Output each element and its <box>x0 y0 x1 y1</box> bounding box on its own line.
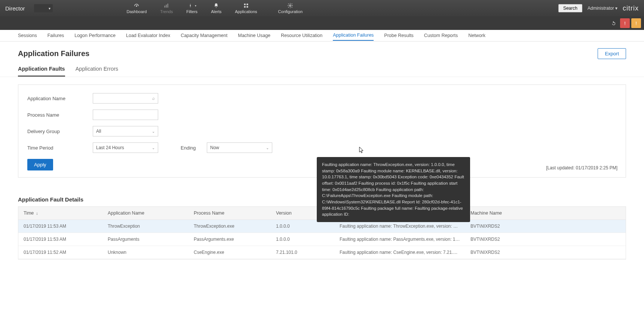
ending-label: Ending <box>181 145 207 151</box>
tab-failures[interactable]: Failures <box>47 31 64 40</box>
nav-applications-label: Applications <box>235 9 257 14</box>
tab-resource[interactable]: Resource Utilization <box>281 31 322 40</box>
subbar: ! ! <box>0 16 644 30</box>
search-icon: ⌕ <box>152 96 155 101</box>
chevron-down-icon: ⌄ <box>266 146 269 150</box>
svg-rect-2 <box>166 4 167 7</box>
nav-dashboard[interactable]: Dashboard <box>120 1 154 15</box>
nav-filters-label: Filters <box>186 9 197 14</box>
gear-icon <box>287 3 293 9</box>
export-button[interactable]: Export <box>598 48 626 59</box>
nav-trends[interactable]: Trends <box>153 1 180 15</box>
nav-trends-label: Trends <box>160 9 173 14</box>
topbar-right: Search Administrator ▾ citrix <box>558 4 644 12</box>
cell-mach: BVT\NIXRDS2 <box>465 220 626 233</box>
svg-rect-3 <box>168 4 168 8</box>
procname-field[interactable] <box>96 112 155 118</box>
tab-application-failures[interactable]: Application Failures <box>333 30 374 41</box>
col-proc[interactable]: Process Name <box>188 207 271 219</box>
topbar: Director ▾ Dashboard Trends ▾ Filters Al… <box>0 0 644 16</box>
nav-configuration[interactable]: Configuration <box>272 1 309 15</box>
search-button[interactable]: Search <box>558 4 582 12</box>
svg-rect-7 <box>244 6 246 7</box>
filter-icon: ▾ <box>187 3 196 9</box>
last-updated: [Last updated: 01/17/2019 2:25 PM] <box>546 165 617 170</box>
apps-icon <box>243 3 249 9</box>
secondary-nav: Sessions Failures Logon Performance Load… <box>0 30 644 41</box>
col-mach[interactable]: Machine Name <box>465 207 626 219</box>
bars-icon <box>163 3 169 9</box>
subtab-faults[interactable]: Application Faults <box>18 66 65 77</box>
svg-rect-5 <box>244 4 246 5</box>
cell-proc: CseEngine.exe <box>188 246 271 259</box>
svg-point-9 <box>289 5 291 6</box>
dgroup-select[interactable]: All⌄ <box>93 126 158 136</box>
appname-label: Application Name <box>27 96 93 101</box>
cell-proc: PassArguments.exe <box>188 233 271 246</box>
tab-probe[interactable]: Probe Results <box>384 31 414 40</box>
cell-app: PassArguments <box>102 233 188 246</box>
cell-mach: BVT\NIXRDS2 <box>465 233 626 246</box>
appname-input[interactable]: ⌕ <box>93 93 158 104</box>
cell-time: 01/17/2019 11:52 AM <box>18 246 102 259</box>
tab-capacity[interactable]: Capacity Management <box>181 31 227 40</box>
nav-configuration-label: Configuration <box>278 9 303 14</box>
chevron-down-icon: ⌄ <box>152 129 155 133</box>
procname-label: Process Name <box>27 112 93 118</box>
subtabs: Application Faults Application Errors <box>0 61 644 77</box>
topnav: Dashboard Trends ▾ Filters Alerts Applic… <box>120 1 310 15</box>
warning-alert-icon[interactable]: ! <box>631 18 641 28</box>
tenant-dropdown[interactable]: ▾ <box>34 4 53 12</box>
sort-desc-icon: ↓ <box>36 211 38 215</box>
tab-logon[interactable]: Logon Performance <box>74 31 116 40</box>
page-title: Application Failures <box>18 49 89 58</box>
table-row[interactable]: 01/17/2019 11:53 AM PassArguments PassAr… <box>18 233 626 246</box>
period-select[interactable]: Last 24 Hours⌄ <box>93 142 158 153</box>
ending-select[interactable]: Now⌄ <box>207 142 272 153</box>
nav-filters[interactable]: ▾ Filters <box>180 1 204 15</box>
cell-time: 01/17/2019 11:53 AM <box>18 220 102 233</box>
col-time-label: Time <box>24 210 34 216</box>
cell-desc: Faulting application name: CseEngine.exe… <box>334 246 465 259</box>
tab-custom[interactable]: Custom Reports <box>424 31 458 40</box>
nav-alerts[interactable]: Alerts <box>204 1 228 15</box>
svg-rect-8 <box>246 6 248 7</box>
dgroup-label: Delivery Group <box>27 129 93 134</box>
refresh-button[interactable] <box>609 18 619 28</box>
admin-menu[interactable]: Administrator ▾ <box>588 6 617 11</box>
period-label: Time Period <box>27 145 93 151</box>
chevron-down-icon: ⌄ <box>152 146 155 150</box>
nav-alerts-label: Alerts <box>211 9 221 14</box>
cell-app: Unknown <box>102 246 188 259</box>
svg-rect-6 <box>246 4 248 5</box>
cell-mach: BVT\NIXRDS2 <box>465 246 626 259</box>
tab-sessions[interactable]: Sessions <box>18 31 37 40</box>
ending-value: Now <box>210 145 219 150</box>
nav-applications[interactable]: Applications <box>228 1 264 15</box>
description-tooltip: Faulting application name: ThrowExceptio… <box>317 157 470 222</box>
svg-rect-1 <box>165 6 165 7</box>
cell-ver: 7.21.101.0 <box>271 246 334 259</box>
apply-button[interactable]: Apply <box>27 159 53 170</box>
critical-alert-icon[interactable]: ! <box>620 18 630 28</box>
col-time[interactable]: Time↓ <box>18 207 102 219</box>
period-value: Last 24 Hours <box>96 145 124 150</box>
bell-icon <box>213 3 219 9</box>
tab-machine[interactable]: Machine Usage <box>238 31 270 40</box>
chevron-down-icon: ▾ <box>49 6 50 10</box>
col-app[interactable]: Application Name <box>102 207 188 219</box>
tab-load[interactable]: Load Evaluator Index <box>126 31 170 40</box>
tab-network[interactable]: Network <box>468 31 485 40</box>
nav-dashboard-label: Dashboard <box>127 9 147 14</box>
cell-desc: Faulting application name: PassArguments… <box>334 233 465 246</box>
cell-ver: 1.0.0.0 <box>271 233 334 246</box>
appname-field[interactable] <box>96 96 152 101</box>
chevron-down-icon: ▾ <box>615 6 617 11</box>
table-row[interactable]: 01/17/2019 11:52 AM Unknown CseEngine.ex… <box>18 246 626 259</box>
cell-time: 01/17/2019 11:53 AM <box>18 233 102 246</box>
procname-input[interactable] <box>93 110 158 120</box>
admin-label: Administrator <box>588 6 614 11</box>
subtab-errors[interactable]: Application Errors <box>76 66 118 77</box>
page-header: Application Failures Export <box>0 41 644 61</box>
brand: Director <box>0 5 30 12</box>
